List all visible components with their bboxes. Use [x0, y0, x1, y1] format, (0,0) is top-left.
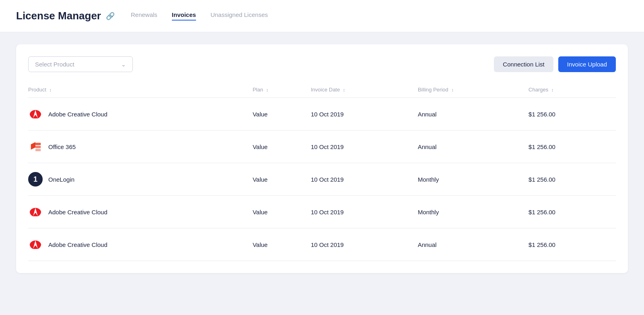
plan-cell: Value	[253, 131, 311, 163]
product-name: Adobe Creative Cloud	[48, 241, 107, 248]
product-cell: 1OneLogin	[28, 163, 253, 196]
col-header-product[interactable]: Product ↕	[28, 82, 253, 98]
product-name: OneLogin	[48, 176, 74, 183]
table-row: Adobe Creative CloudValue10 Oct 2019Annu…	[28, 98, 616, 131]
select-product-label: Select Product	[35, 61, 74, 68]
invoice-upload-button[interactable]: Invoice Upload	[558, 56, 616, 72]
table-header-row: Product ↕Plan ↕Invoice Date ↕Billing Per…	[28, 82, 616, 98]
col-header-invoice-date[interactable]: Invoice Date ↕	[311, 82, 418, 98]
svg-rect-4	[35, 149, 41, 151]
invoice-date-cell: 10 Oct 2019	[311, 163, 418, 196]
sort-icon: ↕	[551, 87, 554, 92]
charges-cell: $1 256.00	[528, 228, 616, 261]
invoice-date-cell: 10 Oct 2019	[311, 196, 418, 228]
table-row: Office 365Value10 Oct 2019Annual$1 256.0…	[28, 131, 616, 163]
invoice-date-cell: 10 Oct 2019	[311, 228, 418, 261]
product-name: Office 365	[48, 143, 76, 150]
sort-icon: ↕	[343, 87, 345, 92]
nav-tab-renewals[interactable]: Renewals	[131, 11, 157, 21]
billing-period-cell: Monthly	[418, 163, 528, 196]
plan-cell: Value	[253, 196, 311, 228]
table-row: 1OneLoginValue10 Oct 2019Monthly$1 256.0…	[28, 163, 616, 196]
link-icon[interactable]: 🔗	[106, 12, 115, 21]
plan-cell: Value	[253, 163, 311, 196]
main-content: Select Product ⌄ Connection List Invoice…	[0, 32, 644, 285]
app-header: License Manager 🔗 RenewalsInvoicesUnassi…	[0, 0, 644, 32]
charges-cell: $1 256.00	[528, 131, 616, 163]
sort-icon: ↕	[49, 87, 52, 92]
svg-rect-3	[35, 146, 41, 148]
plan-cell: Value	[253, 98, 311, 131]
sort-icon: ↕	[266, 87, 268, 92]
invoice-date-cell: 10 Oct 2019	[311, 98, 418, 131]
nav-tab-invoices[interactable]: Invoices	[172, 11, 196, 21]
col-header-plan[interactable]: Plan ↕	[253, 82, 311, 98]
svg-rect-2	[35, 143, 41, 145]
nav-tab-unassigned-licenses[interactable]: Unassigned Licenses	[211, 11, 268, 21]
sort-icon: ↕	[451, 87, 454, 92]
invoice-date-cell: 10 Oct 2019	[311, 131, 418, 163]
adobe-logo-icon	[28, 237, 43, 252]
product-cell: Adobe Creative Cloud	[28, 196, 253, 228]
toolbar-actions: Connection List Invoice Upload	[494, 56, 616, 72]
adobe-logo-icon	[28, 107, 43, 121]
charges-cell: $1 256.00	[528, 98, 616, 131]
onelogin-logo-icon: 1	[28, 172, 43, 187]
main-nav: RenewalsInvoicesUnassigned Licenses	[131, 11, 268, 21]
plan-cell: Value	[253, 228, 311, 261]
office-logo-icon	[28, 139, 43, 154]
select-product-dropdown[interactable]: Select Product ⌄	[28, 56, 133, 72]
col-header-billing-period[interactable]: Billing Period ↕	[418, 82, 528, 98]
chevron-down-icon: ⌄	[121, 61, 126, 68]
connection-list-button[interactable]: Connection List	[494, 56, 553, 72]
charges-cell: $1 256.00	[528, 163, 616, 196]
table-body: Adobe Creative CloudValue10 Oct 2019Annu…	[28, 98, 616, 261]
billing-period-cell: Annual	[418, 228, 528, 261]
table-row: Adobe Creative CloudValue10 Oct 2019Annu…	[28, 228, 616, 261]
table-row: Adobe Creative CloudValue10 Oct 2019Mont…	[28, 196, 616, 228]
invoices-card: Select Product ⌄ Connection List Invoice…	[16, 44, 628, 273]
app-title: License Manager	[16, 10, 101, 22]
billing-period-cell: Monthly	[418, 196, 528, 228]
product-cell: Adobe Creative Cloud	[28, 98, 253, 131]
charges-cell: $1 256.00	[528, 196, 616, 228]
invoices-table: Product ↕Plan ↕Invoice Date ↕Billing Per…	[28, 82, 616, 261]
billing-period-cell: Annual	[418, 98, 528, 131]
adobe-logo-icon	[28, 205, 43, 219]
billing-period-cell: Annual	[418, 131, 528, 163]
product-cell: Office 365	[28, 131, 253, 163]
product-name: Adobe Creative Cloud	[48, 209, 107, 216]
col-header-charges[interactable]: Charges ↕	[528, 82, 616, 98]
toolbar: Select Product ⌄ Connection List Invoice…	[28, 56, 616, 72]
table-header: Product ↕Plan ↕Invoice Date ↕Billing Per…	[28, 82, 616, 98]
product-name: Adobe Creative Cloud	[48, 111, 107, 118]
product-cell: Adobe Creative Cloud	[28, 228, 253, 261]
